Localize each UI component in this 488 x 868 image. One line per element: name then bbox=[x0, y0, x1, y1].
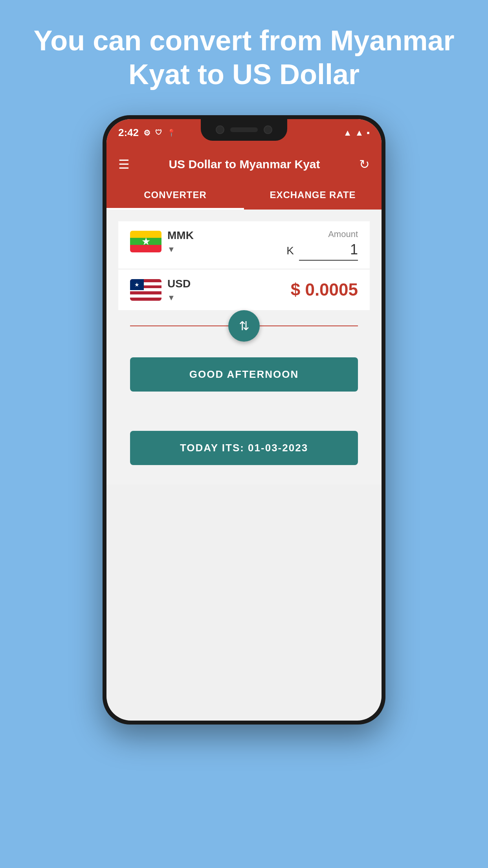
from-currency-selector[interactable]: ★ MMK ▼ bbox=[130, 229, 194, 254]
flag-star: ★ bbox=[141, 235, 150, 248]
battery-icon: ▪ bbox=[367, 128, 370, 138]
front-camera bbox=[216, 125, 224, 134]
phone-screen: 2:42 ⚙ 🛡 📍 ▲ ▲ ▪ ☰ bbox=[106, 119, 382, 721]
to-currency-section: ★ USD ▼ $ 0.0005 bbox=[118, 270, 370, 310]
swap-icon: ⇅ bbox=[239, 318, 250, 333]
swap-button[interactable]: ⇅ bbox=[228, 310, 260, 342]
myanmar-flag: ★ bbox=[130, 231, 161, 252]
from-currency-symbol: K bbox=[286, 245, 294, 257]
phone-body: 2:42 ⚙ 🛡 📍 ▲ ▲ ▪ ☰ bbox=[103, 115, 385, 725]
refresh-icon[interactable]: ↻ bbox=[359, 157, 370, 172]
greeting-button[interactable]: GOOD AFTERNOON bbox=[130, 357, 358, 392]
phone-mockup: 2:42 ⚙ 🛡 📍 ▲ ▲ ▪ ☰ bbox=[103, 115, 385, 752]
divider-section: ⇅ bbox=[118, 310, 370, 342]
from-currency-section: ★ MMK ▼ Amount K bbox=[118, 221, 370, 268]
converted-amount: $ 0.0005 bbox=[191, 280, 358, 300]
tab-exchange-rate[interactable]: EXCHANGE RATE bbox=[244, 182, 382, 210]
amount-label: Amount bbox=[328, 229, 358, 239]
main-content: ★ MMK ▼ Amount K bbox=[106, 210, 382, 485]
tab-converter[interactable]: CONVERTER bbox=[106, 182, 244, 210]
from-currency-code: MMK bbox=[167, 229, 194, 242]
usd-flag: ★ bbox=[130, 279, 161, 301]
status-right: ▲ ▲ ▪ bbox=[343, 128, 370, 138]
app-title: US Dollar to Myanmar Kyat bbox=[169, 158, 320, 171]
to-currency-selector[interactable]: ★ USD ▼ bbox=[130, 278, 191, 302]
to-currency-code: USD bbox=[167, 278, 191, 290]
signal-icon: ▲ bbox=[355, 128, 363, 138]
date-button[interactable]: TODAY ITS: 01-03-2023 bbox=[130, 431, 358, 465]
to-currency-dropdown[interactable]: ▼ bbox=[167, 293, 191, 302]
amount-input[interactable] bbox=[299, 241, 358, 261]
status-bar: 2:42 ⚙ 🛡 📍 ▲ ▲ ▪ bbox=[106, 119, 382, 147]
amount-section: Amount K bbox=[194, 229, 358, 261]
notch bbox=[201, 119, 287, 141]
location-icon: 📍 bbox=[167, 129, 176, 137]
status-left: 2:42 ⚙ 🛡 📍 bbox=[118, 127, 176, 139]
status-time: 2:42 bbox=[118, 127, 139, 139]
settings-icon: ⚙ bbox=[143, 128, 150, 138]
wifi-icon: ▲ bbox=[343, 128, 352, 138]
front-camera-2 bbox=[264, 125, 272, 134]
app-bar: ☰ US Dollar to Myanmar Kyat ↻ bbox=[106, 147, 382, 182]
speaker bbox=[230, 127, 258, 132]
menu-icon[interactable]: ☰ bbox=[118, 157, 130, 172]
shield-icon: 🛡 bbox=[155, 129, 162, 137]
from-currency-dropdown[interactable]: ▼ bbox=[167, 245, 194, 254]
tab-bar: CONVERTER EXCHANGE RATE bbox=[106, 182, 382, 210]
headline: You can convert from Myanmar Kyat to US … bbox=[0, 0, 488, 107]
usd-star: ★ bbox=[134, 281, 139, 288]
